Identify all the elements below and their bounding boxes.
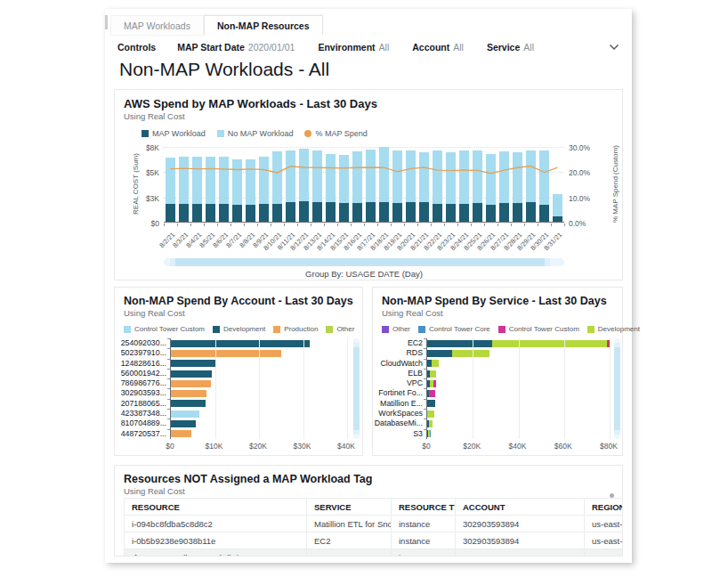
legend-item[interactable]: Control Tower Core: [418, 325, 490, 333]
bar-segment: [171, 410, 199, 418]
legend-item[interactable]: No MAP Workload: [217, 129, 294, 138]
filter-map-start-date[interactable]: MAP Start Date2020/01/01: [177, 42, 295, 53]
column-header[interactable]: REGION: [585, 499, 623, 515]
stacked-bar[interactable]: [392, 150, 402, 222]
legend-item[interactable]: MAP Workload: [142, 129, 206, 138]
stacked-bar[interactable]: [192, 157, 202, 222]
chart-vertical-scrollbar[interactable]: [614, 338, 620, 439]
category-label: Fortinet Fo...: [373, 388, 423, 398]
h-bar[interactable]: [171, 420, 196, 427]
table-row[interactable]: i-094bc8fdba5c8d8c2Matillion ETL for Sno…: [125, 515, 623, 532]
legend-item[interactable]: Control Tower Custom: [498, 325, 579, 333]
legend-swatch: [142, 130, 149, 137]
column-header[interactable]: SERVICE: [307, 499, 392, 515]
no-map-segment: [419, 152, 429, 201]
legend-swatch: [382, 326, 389, 333]
h-bar[interactable]: [427, 360, 439, 367]
h-bar[interactable]: [427, 380, 436, 387]
legend-item[interactable]: Production: [273, 325, 318, 333]
scrollbar-thumb[interactable]: [614, 343, 620, 435]
stacked-bar[interactable]: [232, 159, 242, 222]
no-map-segment: [406, 150, 416, 202]
table-row[interactable]: i-0b5b9238e9038b11eEC2instance3029035938…: [125, 532, 623, 549]
h-bar[interactable]: [171, 380, 211, 387]
tab-bar: MAP Workloads Non-MAP Resources: [110, 15, 323, 36]
h-bar[interactable]: [171, 360, 215, 367]
y2-tick-label: 10.0%: [569, 194, 590, 203]
table-row[interactable]: tfnr-aurorapgdb-uat03-rhdb-instance-1RDS…: [125, 549, 623, 557]
stacked-bar[interactable]: [352, 151, 362, 222]
stacked-bar[interactable]: [486, 154, 496, 223]
h-bar[interactable]: [171, 350, 281, 357]
map-segment: [526, 202, 536, 222]
legend-item[interactable]: Control Tower Custom: [124, 325, 205, 333]
h-bar[interactable]: [171, 370, 212, 378]
scrollbar-thumb[interactable]: [353, 343, 360, 435]
h-bar[interactable]: [171, 340, 310, 347]
stacked-bar[interactable]: [513, 152, 522, 222]
stacked-bar[interactable]: [499, 151, 509, 222]
filter-account[interactable]: AccountAll: [412, 42, 464, 53]
chevron-down-icon[interactable]: [609, 44, 619, 51]
stacked-bar[interactable]: [446, 152, 456, 222]
chart-vertical-scrollbar[interactable]: [353, 338, 360, 439]
stacked-bar[interactable]: [286, 150, 295, 222]
stacked-bar[interactable]: [339, 155, 349, 222]
legend-item[interactable]: Other: [326, 325, 354, 333]
stacked-bar[interactable]: [326, 154, 336, 223]
tab-map-workloads[interactable]: MAP Workloads: [110, 15, 204, 36]
legend-item[interactable]: Development: [213, 325, 265, 333]
no-map-segment: [473, 150, 482, 203]
stacked-bar[interactable]: [312, 150, 322, 222]
stacked-bar[interactable]: [166, 158, 175, 222]
y-axis-ticks: $0$3K$5K$8K: [129, 147, 159, 223]
filter-service[interactable]: ServiceAll: [487, 42, 534, 53]
legend-item[interactable]: Development: [587, 325, 640, 333]
h-bar[interactable]: [171, 390, 206, 397]
h-bar[interactable]: [427, 420, 433, 427]
stacked-bar[interactable]: [219, 157, 229, 222]
column-header[interactable]: RESOURCE: [125, 499, 307, 515]
h-bar[interactable]: [427, 410, 434, 418]
scrollbar-thumb[interactable]: [170, 258, 550, 266]
stacked-bar[interactable]: [272, 151, 282, 222]
stacked-bar[interactable]: [379, 147, 389, 222]
stacked-bar[interactable]: [246, 159, 255, 222]
column-header[interactable]: ACCOUNT: [456, 499, 585, 515]
h-bar[interactable]: [427, 350, 489, 357]
stacked-bar[interactable]: [433, 150, 442, 222]
legend-item[interactable]: Other: [382, 325, 410, 333]
stacked-bar[interactable]: [419, 152, 429, 222]
tab-non-map-resources[interactable]: Non-MAP Resources: [204, 15, 323, 36]
h-bar[interactable]: [427, 400, 435, 407]
chart-horizontal-scrollbar[interactable]: [164, 258, 564, 266]
stacked-bar[interactable]: [526, 150, 536, 222]
stacked-bar[interactable]: [406, 150, 416, 222]
legend-item[interactable]: % MAP Spend: [304, 129, 367, 138]
card-title: Non-MAP Spend By Account - Last 30 Days: [124, 295, 362, 307]
stacked-bar[interactable]: [539, 150, 549, 222]
bar-slot: [217, 157, 231, 222]
stacked-bar[interactable]: [206, 157, 215, 222]
h-bar[interactable]: [427, 370, 436, 378]
filter-environment[interactable]: EnvironmentAll: [318, 42, 389, 53]
stacked-bar[interactable]: [459, 150, 469, 222]
map-segment: [206, 204, 215, 222]
h-bar[interactable]: [427, 430, 430, 437]
stacked-bar[interactable]: [366, 150, 376, 222]
h-bar[interactable]: [171, 400, 206, 407]
h-bar[interactable]: [171, 410, 199, 418]
stacked-bar[interactable]: [259, 157, 269, 222]
x-tick-label: $40K: [337, 442, 355, 451]
stacked-bar[interactable]: [553, 194, 562, 222]
stacked-bar[interactable]: [299, 149, 309, 222]
h-bar[interactable]: [427, 390, 435, 397]
stacked-bar[interactable]: [473, 150, 482, 222]
x-axis-ticks: $0$20K$40K$60K$80K: [426, 442, 609, 452]
gridline: [473, 338, 473, 439]
stacked-bar[interactable]: [179, 157, 189, 222]
spend-by-map-workloads-card: AWS Spend by MAP Workloads - Last 30 Day…: [114, 89, 623, 280]
column-header[interactable]: RESOURCE TYPE: [392, 499, 456, 515]
h-bar[interactable]: [171, 430, 191, 437]
table-cell: Matillion ETL for Snowfl...: [307, 515, 392, 532]
